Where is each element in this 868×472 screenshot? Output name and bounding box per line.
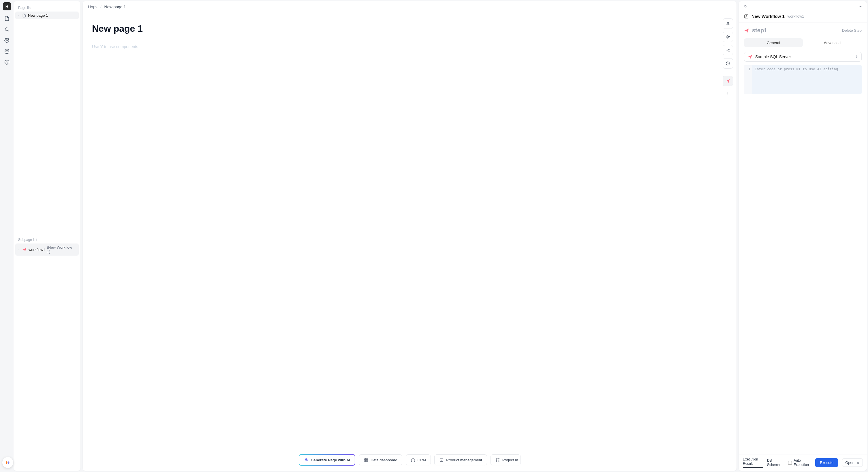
svg-point-2 bbox=[6, 40, 7, 41]
tab-advanced[interactable]: Advanced bbox=[803, 38, 862, 47]
hops-logo[interactable] bbox=[2, 457, 13, 468]
svg-point-13 bbox=[729, 51, 730, 52]
history-tool-icon[interactable] bbox=[723, 58, 733, 69]
page-list-heading: Page list bbox=[15, 4, 79, 11]
left-rail: H bbox=[0, 0, 13, 472]
svg-rect-19 bbox=[364, 458, 366, 460]
chevron-right-icon[interactable]: › bbox=[18, 248, 21, 251]
svg-point-29 bbox=[859, 6, 859, 7]
svg-point-3 bbox=[5, 49, 9, 51]
auto-execution-input[interactable] bbox=[788, 461, 792, 465]
breadcrumb: Hops / New page 1 bbox=[83, 1, 737, 13]
step-icon bbox=[744, 28, 749, 33]
sidebar-page-label: New page 1 bbox=[28, 13, 48, 18]
svg-rect-16 bbox=[305, 460, 307, 461]
svg-point-18 bbox=[306, 460, 307, 461]
breadcrumb-current: New page 1 bbox=[104, 5, 126, 9]
branch-tool-icon[interactable] bbox=[723, 45, 733, 55]
template-product-label: Product management bbox=[446, 458, 482, 462]
svg-point-17 bbox=[305, 460, 306, 461]
subpage-name: workflow1 bbox=[29, 247, 45, 252]
svg-point-28 bbox=[498, 461, 499, 462]
database-icon[interactable] bbox=[4, 48, 10, 54]
execute-button[interactable]: Execute bbox=[815, 458, 838, 467]
template-data-dashboard[interactable]: Data dashboard bbox=[359, 454, 402, 465]
store-icon bbox=[439, 458, 444, 462]
svg-point-6 bbox=[7, 62, 8, 63]
subpage-list-heading: Subpage list bbox=[15, 236, 79, 243]
workflow-type-icon bbox=[744, 14, 749, 19]
code-editor[interactable]: 1 Enter code or press ⌘I to use AI editi… bbox=[744, 65, 862, 94]
workflow-icon bbox=[22, 247, 27, 252]
open-label: Open bbox=[845, 461, 855, 465]
datasource-select[interactable]: Sample SQL Server ▲▼ bbox=[744, 52, 862, 62]
sidebar: Page list › New page 1 Subpage list › wo… bbox=[13, 1, 81, 471]
tab-general[interactable]: General bbox=[744, 38, 803, 47]
hash-tool-icon[interactable] bbox=[723, 19, 733, 29]
step-name[interactable]: step1 bbox=[752, 27, 767, 34]
auto-execution-checkbox[interactable]: Auto Execution bbox=[788, 459, 811, 467]
ai-icon bbox=[304, 458, 308, 462]
footer-tab-db-schema[interactable]: DB Schema bbox=[767, 459, 784, 467]
pages-icon[interactable] bbox=[4, 15, 10, 21]
svg-marker-11 bbox=[726, 35, 730, 39]
headset-icon bbox=[411, 458, 415, 462]
sidebar-subpage-item[interactable]: › workflow1 (New Workflow 1) bbox=[15, 243, 79, 256]
svg-point-25 bbox=[496, 459, 497, 459]
svg-point-0 bbox=[5, 28, 8, 31]
chevron-updown-icon: ▲▼ bbox=[856, 55, 858, 59]
code-input[interactable]: Enter code or press ⌘I to use AI editing bbox=[752, 65, 861, 94]
workflow-id: workflow1 bbox=[787, 14, 804, 19]
editor-placeholder[interactable]: Use '/' to use components bbox=[92, 44, 727, 49]
template-project[interactable]: Project m bbox=[491, 454, 521, 465]
component-tools bbox=[723, 19, 733, 97]
footer-tab-execution-result[interactable]: Execution Result bbox=[743, 457, 763, 468]
workflow-step-tool-icon[interactable] bbox=[723, 76, 733, 86]
generate-ai-label: Generate Page with AI bbox=[311, 458, 350, 462]
svg-rect-22 bbox=[364, 460, 366, 462]
template-bar: Generate Page with AI Data dashboard CRM… bbox=[299, 454, 521, 466]
svg-point-27 bbox=[496, 461, 497, 462]
svg-rect-21 bbox=[367, 460, 368, 462]
nodes-icon bbox=[495, 458, 500, 462]
lightning-tool-icon[interactable] bbox=[723, 32, 733, 42]
page-title[interactable]: New page 1 bbox=[92, 23, 727, 34]
right-panel: New Workflow 1 workflow1 step1 Delete St… bbox=[739, 1, 867, 471]
svg-point-26 bbox=[498, 459, 499, 459]
chevron-right-icon[interactable]: › bbox=[18, 14, 21, 17]
svg-point-5 bbox=[7, 61, 7, 62]
template-crm[interactable]: CRM bbox=[406, 454, 431, 465]
workspace-avatar[interactable]: H bbox=[3, 2, 11, 10]
template-product-management[interactable]: Product management bbox=[434, 454, 487, 465]
svg-point-30 bbox=[860, 6, 861, 7]
breadcrumb-root[interactable]: Hops bbox=[88, 5, 97, 9]
auto-execution-label: Auto Execution bbox=[794, 459, 811, 467]
more-icon[interactable] bbox=[858, 4, 863, 9]
delete-step-button[interactable]: Delete Step bbox=[842, 28, 862, 33]
datasource-icon bbox=[748, 55, 752, 59]
search-icon[interactable] bbox=[4, 27, 10, 32]
open-button[interactable]: Open bbox=[842, 459, 863, 467]
generate-with-ai-button[interactable]: Generate Page with AI bbox=[299, 454, 355, 466]
subpage-workflow-label: (New Workflow 1) bbox=[47, 245, 76, 254]
tool-divider bbox=[724, 72, 732, 72]
svg-rect-23 bbox=[411, 460, 412, 461]
template-project-label: Project m bbox=[502, 458, 518, 462]
breadcrumb-separator: / bbox=[100, 5, 101, 9]
add-tool-icon[interactable] bbox=[723, 89, 733, 97]
svg-rect-24 bbox=[414, 460, 415, 461]
collapse-panel-icon[interactable] bbox=[743, 4, 747, 9]
file-icon bbox=[22, 13, 26, 18]
sidebar-page-item[interactable]: › New page 1 bbox=[15, 11, 79, 19]
svg-point-12 bbox=[729, 49, 730, 49]
chevrons-up-icon bbox=[856, 461, 860, 465]
template-dashboard-label: Data dashboard bbox=[371, 458, 397, 462]
workflow-title[interactable]: New Workflow 1 bbox=[751, 14, 785, 19]
svg-rect-20 bbox=[367, 458, 368, 460]
settings-icon[interactable] bbox=[4, 37, 10, 43]
code-gutter: 1 bbox=[744, 65, 752, 94]
template-crm-label: CRM bbox=[417, 458, 426, 462]
dashboard-icon bbox=[364, 458, 368, 462]
datasource-label: Sample SQL Server bbox=[755, 55, 791, 59]
palette-icon[interactable] bbox=[4, 59, 10, 65]
